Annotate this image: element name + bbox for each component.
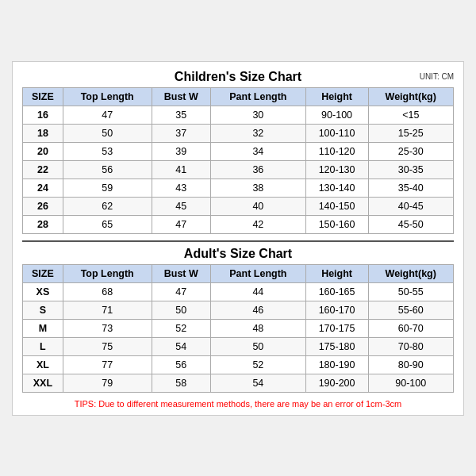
table-cell: 70-80 [368,337,454,355]
table-cell: 73 [63,319,152,337]
adult-col-header-height: Height [305,264,368,282]
table-cell: S [23,301,63,319]
table-row: 1647353090-100<15 [23,106,454,124]
table-cell: 15-25 [368,124,454,142]
table-cell: 68 [63,282,152,301]
table-cell: 42 [211,215,306,233]
table-cell: 50-55 [368,282,454,301]
table-cell: 40-45 [368,197,454,215]
unit-label: UNIT: CM [420,72,454,81]
table-cell: 43 [152,178,210,197]
adult-col-header-bust-w: Bust W [152,264,210,282]
table-row: 22564136120-13030-35 [23,160,454,178]
table-cell: 48 [211,319,306,337]
table-row: S715046160-17055-60 [23,301,454,319]
children-tbody: 1647353090-100<1518503732100-11015-25205… [23,106,454,233]
table-cell: XXL [23,374,63,392]
children-title-row: Children's Size Chart UNIT: CM [22,70,454,84]
table-cell: 55-60 [368,301,454,319]
table-cell: 75 [63,337,152,355]
table-cell: 30-35 [368,160,454,178]
table-cell: 45 [152,197,210,215]
adult-table: SIZE Top Length Bust W Pant Length Heigh… [22,264,454,393]
table-cell: 16 [23,106,63,124]
table-cell: 160-165 [305,282,368,301]
table-cell: 77 [63,355,152,374]
table-cell: 50 [211,337,306,355]
table-cell: 71 [63,301,152,319]
table-cell: 130-140 [305,178,368,197]
table-row: XS684744160-16550-55 [23,282,454,301]
table-cell: 32 [211,124,306,142]
table-cell: 28 [23,215,63,233]
col-header-weight: Weight(kg) [368,87,454,106]
table-cell: 46 [211,301,306,319]
col-header-top-length: Top Length [63,87,152,106]
table-cell: 37 [152,124,210,142]
table-cell: 20 [23,142,63,160]
table-cell: 110-120 [305,142,368,160]
section-divider [22,240,454,242]
table-cell: 190-200 [305,374,368,392]
table-row: 28654742150-16045-50 [23,215,454,233]
col-header-size: SIZE [23,87,63,106]
table-cell: 50 [152,301,210,319]
adult-col-header-pant-length: Pant Length [211,264,306,282]
table-cell: 150-160 [305,215,368,233]
table-cell: 50 [63,124,152,142]
table-row: 26624540140-15040-45 [23,197,454,215]
table-cell: L [23,337,63,355]
col-header-bust-w: Bust W [152,87,210,106]
adult-col-header-weight: Weight(kg) [368,264,454,282]
tips-text: TIPS: Due to different measurement metho… [22,399,454,409]
col-header-height: Height [305,87,368,106]
col-header-pant-length: Pant Length [211,87,306,106]
table-cell: 62 [63,197,152,215]
table-cell: 38 [211,178,306,197]
table-cell: 60-70 [368,319,454,337]
adult-title-row: Adult's Size Chart [22,247,454,261]
table-cell: 120-130 [305,160,368,178]
table-cell: 47 [63,106,152,124]
adult-thead: SIZE Top Length Bust W Pant Length Heigh… [23,264,454,282]
table-cell: 56 [63,160,152,178]
table-cell: 170-175 [305,319,368,337]
table-cell: 35-40 [368,178,454,197]
adult-header-row: SIZE Top Length Bust W Pant Length Heigh… [23,264,454,282]
table-cell: 180-190 [305,355,368,374]
table-cell: 45-50 [368,215,454,233]
table-cell: 140-150 [305,197,368,215]
table-row: M735248170-17560-70 [23,319,454,337]
adult-title: Adult's Size Chart [184,247,292,261]
table-row: L755450175-18070-80 [23,337,454,355]
table-cell: 22 [23,160,63,178]
children-title: Children's Size Chart [175,70,301,84]
table-cell: 175-180 [305,337,368,355]
table-cell: 24 [23,178,63,197]
table-cell: 52 [211,355,306,374]
table-row: 20533934110-12025-30 [23,142,454,160]
table-cell: 18 [23,124,63,142]
table-cell: 79 [63,374,152,392]
table-cell: 58 [152,374,210,392]
table-cell: 36 [211,160,306,178]
table-cell: 54 [211,374,306,392]
table-row: 18503732100-11015-25 [23,124,454,142]
children-thead: SIZE Top Length Bust W Pant Length Heigh… [23,87,454,106]
table-cell: 39 [152,142,210,160]
table-cell: 30 [211,106,306,124]
table-cell: 65 [63,215,152,233]
adult-col-header-top-length: Top Length [63,264,152,282]
table-cell: 59 [63,178,152,197]
adult-tbody: XS684744160-16550-55S715046160-17055-60M… [23,282,454,392]
table-cell: 160-170 [305,301,368,319]
table-cell: 25-30 [368,142,454,160]
table-cell: 90-100 [305,106,368,124]
table-cell: 40 [211,197,306,215]
table-cell: 26 [23,197,63,215]
table-cell: M [23,319,63,337]
table-cell: 56 [152,355,210,374]
table-cell: 41 [152,160,210,178]
table-cell: 34 [211,142,306,160]
table-cell: XL [23,355,63,374]
